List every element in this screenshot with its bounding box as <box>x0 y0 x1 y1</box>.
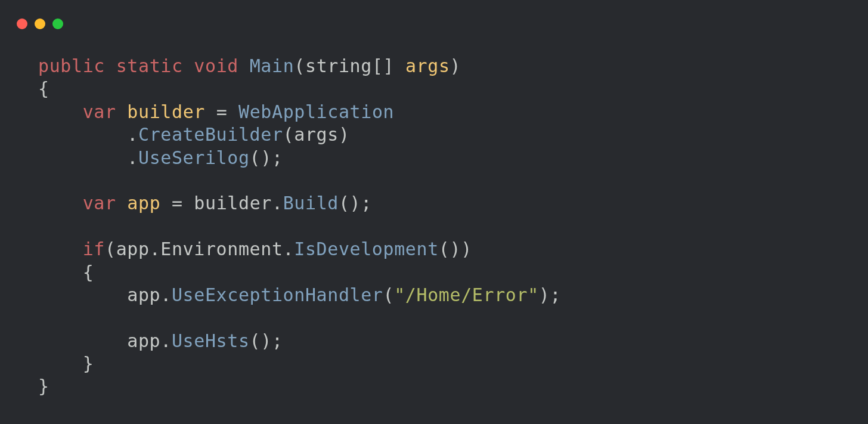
code-token: args <box>294 124 339 145</box>
code-token: var <box>83 101 116 122</box>
code-token: (app.Environment. <box>105 239 294 259</box>
code-token <box>38 101 83 122</box>
code-token <box>227 101 238 122</box>
code-token <box>160 193 172 213</box>
code-token: builder <box>127 101 205 122</box>
code-token: args <box>405 55 450 76</box>
code-token: app. <box>38 330 172 351</box>
code-token <box>116 193 128 213</box>
code-token <box>238 55 250 76</box>
code-token: Main <box>250 55 294 76</box>
code-token: var <box>83 193 116 213</box>
code-token: builder. <box>183 193 283 213</box>
code-token: public <box>38 55 105 76</box>
code-token: UseExceptionHandler <box>172 284 383 305</box>
code-token: static <box>116 55 183 76</box>
code-token: app <box>127 193 160 213</box>
code-token: CreateBuilder <box>138 124 283 145</box>
code-token: void <box>194 55 238 76</box>
code-token: UseHsts <box>172 330 250 351</box>
code-token: ) <box>339 124 350 145</box>
maximize-icon[interactable] <box>52 18 63 29</box>
code-editor[interactable]: public static void Main(string[] args) {… <box>0 33 868 398</box>
code-token <box>205 101 216 122</box>
code-token: "/Home/Error" <box>394 284 539 305</box>
close-icon[interactable] <box>17 18 27 29</box>
code-token <box>105 55 116 76</box>
code-token: ); <box>539 284 561 305</box>
code-token: { <box>38 78 49 99</box>
code-token: = <box>172 193 183 213</box>
code-token <box>183 55 194 76</box>
code-token: . <box>38 124 138 145</box>
code-token <box>38 239 83 259</box>
code-token: IsDevelopment <box>294 239 439 259</box>
code-token <box>38 193 83 213</box>
code-token: UseSerilog <box>138 147 250 168</box>
code-token: WebApplication <box>238 101 394 122</box>
code-content: public static void Main(string[] args) {… <box>38 55 868 398</box>
minimize-icon[interactable] <box>35 18 45 29</box>
code-token: ( <box>283 124 294 145</box>
code-token: Build <box>283 193 339 213</box>
code-token: ) <box>450 55 461 76</box>
code-token: app. <box>38 284 172 305</box>
code-token: = <box>216 101 228 122</box>
code-token: (); <box>250 147 283 168</box>
window-titlebar <box>0 0 868 33</box>
code-token: if <box>83 239 105 259</box>
code-token: ()) <box>439 239 472 259</box>
code-token: } <box>38 353 94 374</box>
code-token: . <box>38 147 138 168</box>
code-token: [] <box>372 55 405 76</box>
code-token: (); <box>339 193 372 213</box>
code-token: (); <box>250 330 283 351</box>
code-token: ( <box>383 284 395 305</box>
code-token <box>116 101 128 122</box>
code-window: public static void Main(string[] args) {… <box>0 0 868 424</box>
code-token: ( <box>294 55 305 76</box>
code-token: { <box>38 262 94 283</box>
code-token: } <box>38 376 49 397</box>
code-token: string <box>305 55 372 76</box>
